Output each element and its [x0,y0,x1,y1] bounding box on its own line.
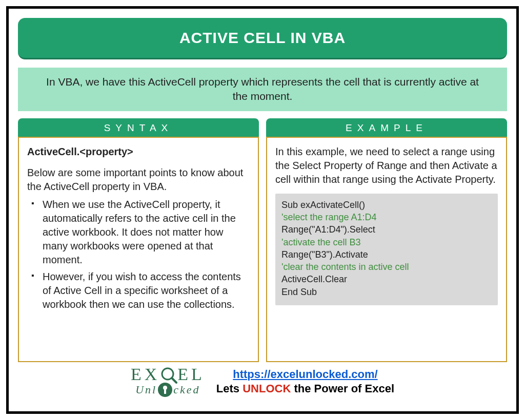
tag-part: the Power of Excel [291,382,394,395]
tag-part: Lets [216,382,243,395]
syntax-points: When we use the ActiveCell property, it … [27,198,250,311]
logo-bottom: Unl cked [131,383,205,397]
syntax-header: SYNTAX [18,118,259,137]
keyhole-icon [158,383,172,397]
list-item: When we use the ActiveCell property, it … [29,198,250,267]
logo: EX EL Unl cked [131,366,205,397]
code-line: Sub exActivateCell() [281,199,492,211]
logo-top: EX EL [131,366,205,384]
code-line: ActiveCell.Clear [281,273,492,285]
example-body: In this example, we need to select a ran… [266,137,507,362]
footer-text: https://excelunlocked.com/ Lets UNLOCK t… [216,368,394,395]
logo-text: EL [177,367,205,383]
logo-text: EX [131,367,160,383]
intro-text: In VBA, we have this ActiveCell property… [18,68,507,111]
columns: SYNTAX ActiveCell.<property> Below are s… [18,118,507,362]
code-block: Sub exActivateCell()'select the range A1… [275,194,498,305]
footer-link[interactable]: https://excelunlocked.com/ [233,368,377,381]
list-item: However, if you wish to access the conte… [29,270,250,311]
footer-tagline: Lets UNLOCK the Power of Excel [216,382,394,395]
tag-unlock: UNLOCK [243,382,291,395]
syntax-signature: ActiveCell.<property> [27,145,250,159]
example-lead: In this example, we need to select a ran… [275,145,498,186]
svg-line-1 [172,378,176,383]
code-line: Range("A1:D4").Select [281,223,492,236]
footer: EX EL Unl cked https://excelunlocked.com… [18,366,507,397]
document-frame: ACTIVE CELL IN VBA In VBA, we have this … [6,6,519,414]
code-comment: 'clear the contents in active cell [281,261,492,273]
example-column: EXAMPLE In this example, we need to sele… [266,118,507,362]
code-comment: 'activate the cell B3 [281,236,492,248]
syntax-body: ActiveCell.<property> Below are some imp… [18,137,259,362]
magnifier-icon [160,366,177,384]
code-line: End Sub [281,286,492,298]
syntax-lead: Below are some important points to know … [27,166,250,194]
code-comment: 'select the range A1:D4 [281,211,492,223]
page-title: ACTIVE CELL IN VBA [18,18,507,59]
logo-text: Unl [135,385,157,395]
code-line: Range("B3").Activate [281,248,492,261]
syntax-column: SYNTAX ActiveCell.<property> Below are s… [18,118,259,362]
example-header: EXAMPLE [266,118,507,137]
logo-text: cked [173,385,200,395]
